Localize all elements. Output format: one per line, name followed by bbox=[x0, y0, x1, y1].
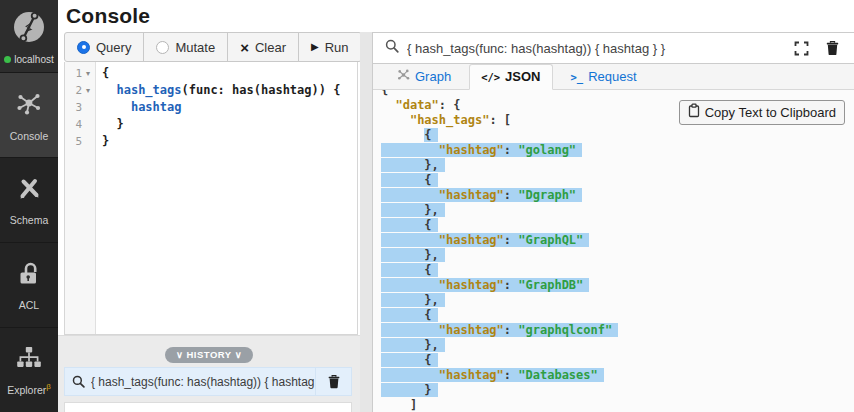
history-section: ∨ HISTORY ∨ { hash_tags(func: has(hashta… bbox=[58, 335, 360, 412]
selection-highlight: }, bbox=[381, 158, 445, 172]
page-title: Console bbox=[66, 4, 150, 28]
selection-highlight: { bbox=[381, 263, 438, 277]
history-query-text: { hash_tags(func: has(hashtag)) { hashta… bbox=[91, 375, 315, 389]
code-text: } bbox=[95, 116, 124, 133]
selection-highlight: { bbox=[381, 308, 438, 322]
delete-result-button[interactable] bbox=[821, 38, 844, 58]
history-delete-button[interactable] bbox=[315, 368, 351, 395]
editor-line: 2▾ hash_tags(func: has(hashtag)) { bbox=[65, 82, 357, 99]
clipboard-icon bbox=[688, 103, 700, 121]
search-icon bbox=[65, 375, 91, 388]
json-line: }, bbox=[381, 158, 854, 173]
selection-highlight: "hashtag": "Databases" bbox=[381, 368, 604, 382]
editor-gutter: 4 bbox=[65, 116, 95, 133]
fold-caret-icon[interactable]: ▾ bbox=[84, 86, 92, 95]
editor-line: 1▾{ bbox=[65, 65, 357, 82]
sidebar-item-console[interactable]: Console bbox=[0, 73, 58, 158]
json-line: "hashtag": "Dgraph" bbox=[381, 188, 854, 203]
sidebar-connection[interactable]: localhost bbox=[0, 0, 58, 73]
clear-label: Clear bbox=[255, 40, 286, 55]
json-line: }, bbox=[381, 293, 854, 308]
json-line: { bbox=[381, 353, 854, 368]
selection-highlight: }, bbox=[381, 338, 445, 352]
json-line: { bbox=[381, 128, 854, 143]
selection-highlight: }, bbox=[381, 293, 445, 307]
line-number: 5 bbox=[75, 135, 82, 148]
query-editor[interactable]: 1▾{2▾ hash_tags(func: has(hashtag)) {3 h… bbox=[64, 62, 358, 335]
code-text: { bbox=[95, 65, 109, 82]
tab-label: JSON bbox=[505, 69, 540, 84]
run-button[interactable]: ▶ Run bbox=[298, 32, 362, 62]
editor-gutter: 3 bbox=[65, 99, 95, 116]
code-text: hash_tags(func: has(hashtag)) { bbox=[95, 82, 340, 99]
query-mode-label: Query bbox=[96, 40, 131, 55]
json-output[interactable]: { "data": { "hash_tags": [ { "hashtag": … bbox=[373, 90, 854, 412]
json-line: { bbox=[381, 218, 854, 233]
sidebar-nav: ConsoleSchemaACLExplorerβ bbox=[0, 73, 58, 412]
selection-highlight: { bbox=[381, 218, 438, 232]
tab-request[interactable]: >_Request bbox=[559, 64, 649, 90]
result-tabs: Graph</>JSON>_Request bbox=[373, 64, 854, 90]
json-line: }, bbox=[381, 248, 854, 263]
expand-fullscreen-button[interactable] bbox=[790, 39, 813, 58]
selection-highlight: "hashtag": "graphqlconf" bbox=[381, 323, 618, 337]
code-text: } bbox=[95, 133, 109, 150]
panel-resize-divider[interactable] bbox=[360, 32, 372, 412]
tab-graph[interactable]: Graph bbox=[385, 63, 463, 90]
json-line: "hashtag": "GraphQL" bbox=[381, 233, 854, 248]
acl-lock-icon bbox=[16, 260, 42, 292]
tab-label: Graph bbox=[415, 69, 451, 84]
line-number: 4 bbox=[75, 118, 82, 131]
json-line: }, bbox=[381, 203, 854, 218]
run-play-icon: ▶ bbox=[311, 42, 319, 52]
selection-highlight: }, bbox=[381, 248, 445, 262]
selection-highlight: { bbox=[424, 128, 437, 142]
sidebar-item-explorer[interactable]: Explorerβ bbox=[0, 328, 58, 412]
selection-highlight: "hashtag": "GraphQL" bbox=[381, 233, 589, 247]
selection-highlight: "hashtag": "Dgraph" bbox=[381, 188, 582, 202]
editor-gutter: 1▾ bbox=[65, 65, 95, 82]
editor-toolbar: Query Mutate × Clear ▶ Run bbox=[64, 32, 358, 62]
sidebar-item-label: Console bbox=[10, 130, 49, 142]
editor-line: 4 } bbox=[65, 116, 357, 133]
code-text: hashtag bbox=[95, 99, 181, 116]
history-item-partial[interactable] bbox=[64, 402, 352, 412]
json-line: ] bbox=[381, 398, 854, 412]
tab-label: Request bbox=[588, 69, 636, 84]
selection-highlight: "hashtag": "golang" bbox=[381, 143, 582, 157]
code-icon: </> bbox=[481, 71, 500, 83]
json-line: "hashtag": "golang" bbox=[381, 143, 854, 158]
json-results-area: Copy Text to Clipboard { "data": { "hash… bbox=[373, 90, 854, 412]
editor-gutter: 5 bbox=[65, 133, 95, 150]
sidebar-item-schema[interactable]: Schema bbox=[0, 158, 58, 243]
fold-caret-icon[interactable]: ▾ bbox=[84, 69, 92, 78]
json-line: } bbox=[381, 383, 854, 398]
sidebar: localhost ConsoleSchemaACLExplorerβ bbox=[0, 0, 58, 412]
editor-line: 3 hashtag bbox=[65, 99, 357, 116]
json-line: }, bbox=[381, 338, 854, 353]
expand-icon bbox=[794, 41, 809, 56]
connection-label: localhost bbox=[14, 54, 53, 65]
graph-icon bbox=[397, 68, 410, 84]
copy-to-clipboard-button[interactable]: Copy Text to Clipboard bbox=[679, 100, 845, 125]
json-line: "hashtag": "GraphDB" bbox=[381, 278, 854, 293]
history-item[interactable]: { hash_tags(func: has(hashtag)) { hashta… bbox=[64, 367, 352, 396]
clear-x-icon: × bbox=[240, 40, 249, 55]
sidebar-item-acl[interactable]: ACL bbox=[0, 243, 58, 328]
line-number: 3 bbox=[75, 101, 82, 114]
trash-icon bbox=[825, 40, 840, 56]
result-query-bar: { hash_tags(func: has(hashtag)) { hashta… bbox=[373, 32, 854, 64]
editor-gutter: 2▾ bbox=[65, 82, 95, 99]
json-line: "hashtag": "Databases" bbox=[381, 368, 854, 383]
copy-button-label: Copy Text to Clipboard bbox=[705, 105, 836, 120]
beta-badge: β bbox=[46, 382, 51, 391]
clear-button[interactable]: × Clear bbox=[227, 32, 299, 62]
tab-json[interactable]: </>JSON bbox=[469, 64, 552, 90]
history-toggle[interactable]: ∨ HISTORY ∨ bbox=[165, 347, 253, 363]
explorer-sitemap-icon bbox=[15, 345, 43, 375]
json-line: { bbox=[381, 90, 854, 98]
result-query-text: { hash_tags(func: has(hashtag)) { hashta… bbox=[407, 41, 782, 56]
query-mode-button[interactable]: Query bbox=[64, 32, 144, 62]
mutate-mode-button[interactable]: Mutate bbox=[143, 32, 228, 62]
results-panel: { hash_tags(func: has(hashtag)) { hashta… bbox=[372, 32, 854, 412]
